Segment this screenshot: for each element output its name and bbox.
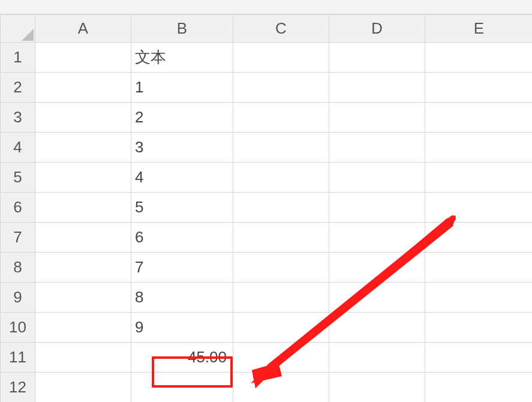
cell-C7[interactable] — [233, 223, 329, 253]
cell-B11[interactable]: 45.00 — [131, 343, 233, 373]
cell-B12[interactable] — [131, 373, 233, 403]
row-9: 9 8 — [1, 283, 533, 313]
cell-B7[interactable]: 6 — [131, 223, 233, 253]
row-header-5[interactable]: 5 — [1, 163, 35, 193]
cell-E2[interactable] — [425, 73, 533, 103]
col-header-C[interactable]: C — [233, 15, 329, 43]
cell-A7[interactable] — [35, 223, 131, 253]
row-header-1[interactable]: 1 — [1, 43, 35, 73]
row-6: 6 5 — [1, 193, 533, 223]
cell-E4[interactable] — [425, 133, 533, 163]
cell-C9[interactable] — [233, 283, 329, 313]
col-header-B[interactable]: B — [131, 15, 233, 43]
select-all-icon — [22, 29, 34, 41]
row-4: 4 3 — [1, 133, 533, 163]
cell-B5[interactable]: 4 — [131, 163, 233, 193]
spreadsheet[interactable]: A B C D E 1 文本 2 1 3 2 — [0, 14, 532, 402]
row-header-3[interactable]: 3 — [1, 103, 35, 133]
cell-C2[interactable] — [233, 73, 329, 103]
cell-A11[interactable] — [35, 343, 131, 373]
cell-B8[interactable]: 7 — [131, 253, 233, 283]
cell-B3[interactable]: 2 — [131, 103, 233, 133]
row-header-2[interactable]: 2 — [1, 73, 35, 103]
row-header-7[interactable]: 7 — [1, 223, 35, 253]
row-11: 11 45.00 — [1, 343, 533, 373]
col-header-E[interactable]: E — [425, 15, 533, 43]
cell-B2[interactable]: 1 — [131, 73, 233, 103]
row-header-10[interactable]: 10 — [1, 313, 35, 343]
cell-A8[interactable] — [35, 253, 131, 283]
cell-C11[interactable] — [233, 343, 329, 373]
cell-A9[interactable] — [35, 283, 131, 313]
row-8: 8 7 — [1, 253, 533, 283]
cell-E8[interactable] — [425, 253, 533, 283]
cell-B4[interactable]: 3 — [131, 133, 233, 163]
select-all-corner[interactable] — [1, 15, 35, 43]
toolbar-strip — [0, 0, 532, 14]
cell-D5[interactable] — [329, 163, 425, 193]
cell-D9[interactable] — [329, 283, 425, 313]
cell-A12[interactable] — [35, 373, 131, 403]
grid-body: 1 文本 2 1 3 2 4 3 — [1, 43, 533, 403]
cell-E11[interactable] — [425, 343, 533, 373]
cell-B10[interactable]: 9 — [131, 313, 233, 343]
cell-A4[interactable] — [35, 133, 131, 163]
cell-D8[interactable] — [329, 253, 425, 283]
row-3: 3 2 — [1, 103, 533, 133]
row-header-9[interactable]: 9 — [1, 283, 35, 313]
cell-D6[interactable] — [329, 193, 425, 223]
cell-A5[interactable] — [35, 163, 131, 193]
cell-B6[interactable]: 5 — [131, 193, 233, 223]
cell-D11[interactable] — [329, 343, 425, 373]
svg-marker-0 — [22, 29, 34, 41]
cell-A3[interactable] — [35, 103, 131, 133]
cell-D12[interactable] — [329, 373, 425, 403]
cell-D7[interactable] — [329, 223, 425, 253]
row-header-12[interactable]: 12 — [1, 373, 35, 403]
cell-C12[interactable] — [233, 373, 329, 403]
row-header-4[interactable]: 4 — [1, 133, 35, 163]
cell-A6[interactable] — [35, 193, 131, 223]
cell-E12[interactable] — [425, 373, 533, 403]
cell-E5[interactable] — [425, 163, 533, 193]
cell-E1[interactable] — [425, 43, 533, 73]
cell-E9[interactable] — [425, 283, 533, 313]
cell-A1[interactable] — [35, 43, 131, 73]
cell-A10[interactable] — [35, 313, 131, 343]
row-7: 7 6 — [1, 223, 533, 253]
cell-E3[interactable] — [425, 103, 533, 133]
cell-D10[interactable] — [329, 313, 425, 343]
row-2: 2 1 — [1, 73, 533, 103]
cell-D4[interactable] — [329, 133, 425, 163]
row-header-11[interactable]: 11 — [1, 343, 35, 373]
cell-E7[interactable] — [425, 223, 533, 253]
cell-E6[interactable] — [425, 193, 533, 223]
cell-C3[interactable] — [233, 103, 329, 133]
cell-C1[interactable] — [233, 43, 329, 73]
row-5: 5 4 — [1, 163, 533, 193]
cell-C6[interactable] — [233, 193, 329, 223]
cell-E10[interactable] — [425, 313, 533, 343]
cell-B9[interactable]: 8 — [131, 283, 233, 313]
cell-D2[interactable] — [329, 73, 425, 103]
row-header-6[interactable]: 6 — [1, 193, 35, 223]
col-header-D[interactable]: D — [329, 15, 425, 43]
cell-D3[interactable] — [329, 103, 425, 133]
cell-C4[interactable] — [233, 133, 329, 163]
cell-C10[interactable] — [233, 313, 329, 343]
cell-D1[interactable] — [329, 43, 425, 73]
column-header-row: A B C D E — [1, 15, 533, 43]
cell-C8[interactable] — [233, 253, 329, 283]
cell-A2[interactable] — [35, 73, 131, 103]
row-12: 12 — [1, 373, 533, 403]
row-header-8[interactable]: 8 — [1, 253, 35, 283]
row-10: 10 9 — [1, 313, 533, 343]
cell-C5[interactable] — [233, 163, 329, 193]
col-header-A[interactable]: A — [35, 15, 131, 43]
cell-B1[interactable]: 文本 — [131, 43, 233, 73]
row-1: 1 文本 — [1, 43, 533, 73]
grid[interactable]: A B C D E 1 文本 2 1 3 2 — [0, 14, 532, 402]
